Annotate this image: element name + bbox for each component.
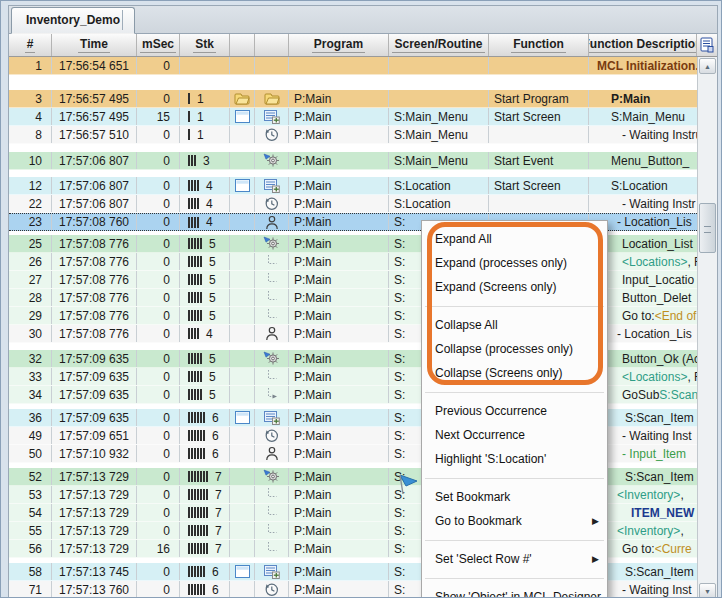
menu-item-collapse-screens-only[interactable]: Collapse (Screens only) xyxy=(422,361,607,385)
branch-icon xyxy=(265,273,278,286)
cell-program: P:Main xyxy=(289,350,389,367)
cell-icon-1 xyxy=(230,126,255,143)
cell-icon-1 xyxy=(230,325,255,342)
cell-program: P:Main xyxy=(289,307,389,324)
cell-msec: 0 xyxy=(137,522,180,539)
menu-item-next-occurrence[interactable]: Next Occurrence xyxy=(422,423,607,447)
column-header-screen-routine[interactable]: Screen/Routine xyxy=(389,34,489,56)
menu-item-expand-processes-only[interactable]: Expand (processes only) xyxy=(422,251,607,275)
cell-row-number: 49 xyxy=(9,427,52,444)
cell-row-number: 1 xyxy=(9,57,52,74)
cell-icon-2 xyxy=(255,57,289,74)
cell-icon-1 xyxy=(230,522,255,539)
column-header-icon-5[interactable] xyxy=(255,34,289,56)
stack-depth-bars-icon xyxy=(188,471,208,482)
menu-item-label: Collapse (Screens only) xyxy=(435,366,562,380)
stack-depth-bars-icon xyxy=(188,430,205,441)
scrollbar-thumb[interactable] xyxy=(699,203,716,253)
cell-time: 17:57:13 729 xyxy=(52,522,137,539)
cell-stack: 1 xyxy=(180,108,230,125)
menu-item-previous-occurrence[interactable]: Previous Occurrence xyxy=(422,399,607,423)
stack-depth-bars-icon xyxy=(188,292,202,303)
listplus-icon xyxy=(264,110,280,124)
cell-program: P:Main xyxy=(289,581,389,598)
menu-item-set-bookmark[interactable]: Set Bookmark xyxy=(422,485,607,509)
table-row[interactable]: 1017:57:06 80703P:MainS:Main_MenuStart E… xyxy=(9,152,697,170)
cell-row-number: 50 xyxy=(9,445,52,462)
menu-item-highlight-s-location[interactable]: Highlight 'S:Location' xyxy=(422,447,607,471)
cell-row-number: 23 xyxy=(9,214,52,230)
cell-icon-2 xyxy=(255,126,289,143)
cell-row-number: 27 xyxy=(9,271,52,288)
cell-row-number: 33 xyxy=(9,368,52,385)
cell-time: 17:56:57 495 xyxy=(52,108,137,125)
menu-item-show-object-in-mcl-designer[interactable]: Show 'Object' in MCL-Designer xyxy=(422,585,607,598)
menu-item-collapse-all[interactable]: Collapse All xyxy=(422,313,607,337)
column-header-function[interactable]: Function xyxy=(489,34,589,56)
column-header--[interactable]: # xyxy=(9,34,52,56)
menu-item-label: Expand All xyxy=(435,232,492,246)
branch-icon xyxy=(265,370,278,383)
column-header-stk[interactable]: Stk xyxy=(180,34,230,56)
grid-options-button[interactable] xyxy=(697,34,717,56)
column-header-time[interactable]: Time xyxy=(52,34,137,56)
tab-inventory-demo[interactable]: Inventory_Demo xyxy=(11,7,135,34)
stack-depth-bars-icon xyxy=(188,353,202,364)
menu-item-expand-all[interactable]: Expand All xyxy=(422,227,607,251)
cell-program: P:Main xyxy=(289,235,389,252)
table-row[interactable]: 317:56:57 49501P:MainStart ProgramP:Main xyxy=(9,90,697,108)
column-header-icon-4[interactable] xyxy=(230,34,255,56)
cell-program: P:Main xyxy=(289,563,389,580)
cell-row-number: 52 xyxy=(9,468,52,485)
cell-row-number: 53 xyxy=(9,486,52,503)
cell-icon-1 xyxy=(230,289,255,306)
column-header-msec[interactable]: mSec xyxy=(137,34,180,56)
cell-stack: 7 xyxy=(180,540,230,557)
cell-icon-1 xyxy=(230,386,255,403)
cell-stack: 6 xyxy=(180,409,230,426)
cell-program xyxy=(289,57,389,74)
menu-item-expand-screens-only[interactable]: Expand (Screens only) xyxy=(422,275,607,299)
cell-stack: 5 xyxy=(180,386,230,403)
cell-program: P:Main xyxy=(289,486,389,503)
table-row[interactable]: 417:56:57 495151P:MainS:Main_MenuStart S… xyxy=(9,108,697,126)
description-text: <Inventory> xyxy=(617,488,680,502)
cell-stack: 5 xyxy=(180,271,230,288)
scroll-down-icon[interactable]: ▼ xyxy=(699,583,716,598)
cell-row-number: 58 xyxy=(9,563,52,580)
description-text: Button_Delet xyxy=(622,291,691,305)
column-header-program[interactable]: Program xyxy=(289,34,389,56)
cell-icon-1 xyxy=(230,581,255,598)
stack-depth-bars-icon xyxy=(188,155,196,166)
table-row[interactable]: 817:56:57 51001P:MainS:Main_Menu- Waitin… xyxy=(9,126,697,144)
cell-icon-1 xyxy=(230,445,255,462)
branch-icon xyxy=(265,255,278,268)
column-header-function-description[interactable]: Function Description xyxy=(589,34,697,56)
table-row[interactable]: 117:56:54 6510MCL Initialization. Log xyxy=(9,57,697,75)
person-icon xyxy=(265,215,279,230)
scroll-up-icon[interactable]: ▲ xyxy=(699,58,716,74)
menu-item-collapse-processes-only[interactable]: Collapse (processes only) xyxy=(422,337,607,361)
cell-time: 17:57:10 932 xyxy=(52,445,137,462)
menu-separator xyxy=(422,385,607,399)
cell-icon-1 xyxy=(230,350,255,367)
cell-screen-routine xyxy=(389,90,489,107)
cell-icon-1 xyxy=(230,563,255,580)
cell-msec: 0 xyxy=(137,504,180,521)
cell-icon-2 xyxy=(255,486,289,503)
cell-time: 17:57:06 807 xyxy=(52,152,137,169)
stack-depth-bars-icon xyxy=(188,489,208,500)
cell-stack: 4 xyxy=(180,177,230,194)
tab-divider xyxy=(122,10,123,30)
tab-strip: Inventory_Demo xyxy=(9,6,717,34)
cell-program: P:Main xyxy=(289,195,389,212)
menu-item-go-to-bookmark[interactable]: Go to Bookmark▶ xyxy=(422,509,607,533)
cell-time: 17:57:13 729 xyxy=(52,486,137,503)
table-row[interactable]: 2217:57:06 80704P:MainS:Location- Waitin… xyxy=(9,195,697,213)
description-text: Location_List xyxy=(622,237,693,251)
cell-stack: 7 xyxy=(180,504,230,521)
vertical-scrollbar[interactable]: ▲ ▼ xyxy=(697,57,717,598)
stack-depth-bars-icon xyxy=(188,389,202,400)
menu-item-set-select-row[interactable]: Set 'Select Row #'▶ xyxy=(422,547,607,571)
table-row[interactable]: 1217:57:06 80704P:MainS:LocationStart Sc… xyxy=(9,177,697,195)
